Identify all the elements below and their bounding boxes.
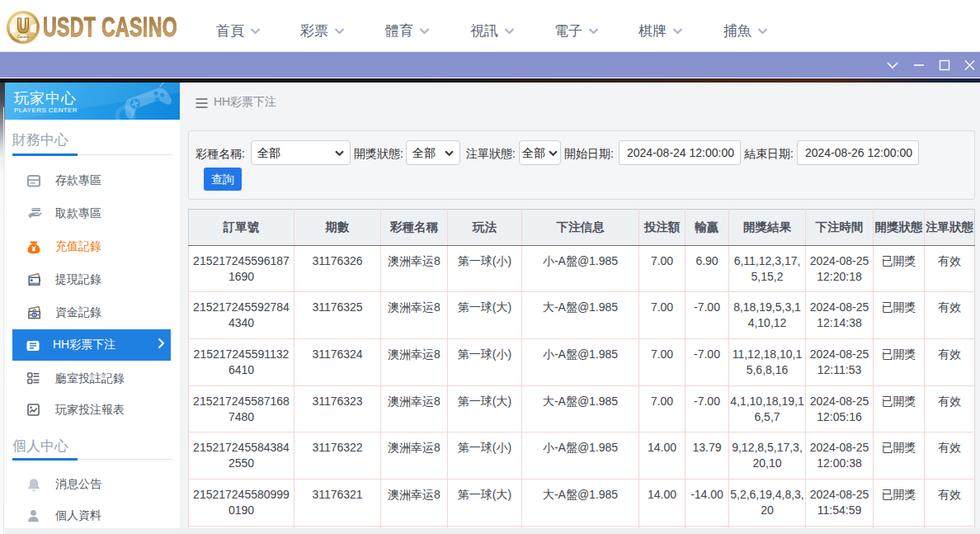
svg-text:Casino: Casino — [17, 35, 29, 39]
